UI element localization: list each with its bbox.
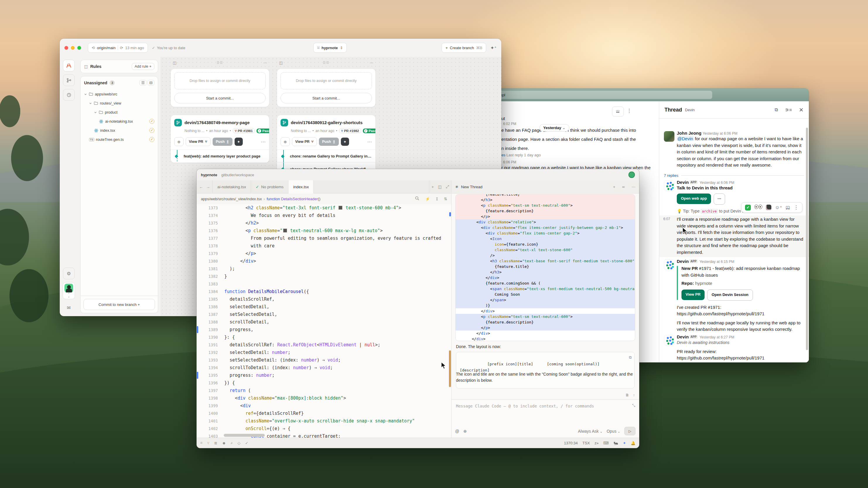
close-window-button[interactable] bbox=[64, 46, 68, 50]
collab-avatar[interactable] bbox=[628, 171, 635, 178]
comment-icon[interactable]: ⊕ bbox=[281, 137, 290, 146]
gitbutler-titlebar[interactable]: ⟲ origin/main ⟳ 13 min ago ✓You're up to… bbox=[60, 39, 501, 57]
start-commit-button[interactable]: Start a commit... bbox=[281, 93, 372, 103]
add-reaction-icon[interactable]: ☺⁺ bbox=[775, 205, 782, 210]
author-name[interactable]: Devin bbox=[677, 334, 689, 339]
ci-status-badge[interactable]: ✓Passed bbox=[363, 129, 376, 133]
check-icon[interactable]: ✓ bbox=[245, 441, 248, 445]
new-thread-icon[interactable]: + bbox=[613, 185, 615, 189]
horizontal-scrollbar[interactable] bbox=[224, 434, 265, 437]
tab-ai-notetaking.tsx[interactable]: ai-notetaking.tsx bbox=[213, 180, 251, 193]
slack-search-field[interactable]: Search Fastrepl bbox=[474, 91, 712, 99]
date-divider-pill[interactable]: Yesterday ⌄ bbox=[539, 124, 569, 131]
lane-drag-handle[interactable]: ⠿⠿ bbox=[283, 61, 370, 65]
markdown-icon[interactable]: 🗎 bbox=[625, 393, 629, 397]
thread-scrollbar[interactable] bbox=[806, 128, 808, 350]
tree-view-toggle[interactable]: ⊟ bbox=[148, 80, 154, 86]
breadcrumb-path[interactable]: apps/web/src/routes/_view/index.tsx bbox=[201, 197, 262, 201]
cursor-mode-icon[interactable]: I bbox=[436, 197, 438, 201]
lane-menu-icon[interactable]: ⋯ bbox=[263, 61, 267, 65]
thread-history-icon[interactable]: ≂ bbox=[622, 185, 625, 189]
message-time[interactable]: Yesterday at 6:15 PM bbox=[699, 260, 734, 264]
mention-context-icon[interactable]: @ bbox=[455, 429, 459, 433]
commit-to-new-branch-button[interactable]: Commit to new branch + bbox=[84, 299, 155, 310]
language-mode[interactable]: TSX bbox=[583, 441, 590, 445]
drop-zone[interactable]: Drop files to assign or commit directly bbox=[281, 72, 372, 89]
tab-no-problems[interactable]: ✓No problems bbox=[251, 180, 288, 193]
git-branch-icon[interactable]: ⑂ bbox=[207, 441, 209, 445]
mail-icon[interactable]: ✉ bbox=[63, 302, 74, 313]
branches-tab-icon[interactable] bbox=[63, 74, 75, 86]
branch-menu-icon[interactable]: ⋯ bbox=[261, 139, 266, 144]
devin-avatar[interactable] bbox=[664, 335, 675, 346]
diagnostics-icon[interactable]: ◇ bbox=[238, 441, 241, 445]
author-name[interactable]: Devin bbox=[677, 259, 689, 264]
pr-badge[interactable]: ⑂ PR #1982 bbox=[339, 128, 361, 133]
code-editor[interactable]: 1373 <h2 className="text-3xl font-serif … bbox=[197, 204, 451, 438]
sort-icon[interactable]: ⇅ bbox=[444, 197, 447, 201]
view-pr-button[interactable]: View PR ⑂ bbox=[292, 137, 317, 146]
tree-item-index.tsx[interactable]: index.tsx bbox=[82, 126, 157, 135]
bell-icon[interactable]: 🛎 bbox=[612, 106, 624, 117]
check-emoji-reaction[interactable]: ✓ bbox=[745, 205, 751, 210]
list-view-toggle[interactable]: ☰ bbox=[140, 80, 147, 86]
commit-row[interactable]: feat(web): add memory layer product page bbox=[171, 150, 269, 163]
expand-input-icon[interactable]: ⤡ bbox=[632, 403, 635, 408]
chevron-updown-icon[interactable]: ⌃⌄ bbox=[68, 293, 70, 298]
push-button[interactable]: Push ↥ bbox=[213, 138, 232, 146]
tree-item-routes/_view[interactable]: routes/_view bbox=[82, 99, 157, 108]
message-time[interactable]: 6:07 bbox=[663, 217, 670, 221]
branch-name[interactable]: devin/1764380912-gallery-shortcuts bbox=[291, 120, 363, 125]
copy-icon[interactable]: ⧉ bbox=[629, 354, 632, 360]
notification-bell-icon[interactable]: 🔔 bbox=[631, 441, 636, 445]
branch-menu-icon[interactable]: ⋯ bbox=[367, 139, 372, 144]
workspace-tab-icon[interactable] bbox=[63, 60, 75, 71]
open-web-app-button[interactable]: Open web app bbox=[677, 194, 711, 204]
editor-project-name[interactable]: hyprnote bbox=[201, 173, 217, 177]
base-branch-pill[interactable]: ⟲ origin/main ⟳ 13 min ago bbox=[88, 43, 148, 53]
push-button[interactable]: Push ↥ bbox=[319, 138, 339, 146]
comment-icon[interactable]: ⊕ bbox=[174, 137, 184, 146]
emoji-reaction[interactable] bbox=[766, 205, 771, 210]
split-pane-icon[interactable]: ◫ bbox=[438, 185, 442, 189]
minimize-window-button[interactable] bbox=[71, 46, 75, 50]
assistant-sparkle-icon[interactable]: ✦ bbox=[623, 441, 626, 445]
nav-forward-icon[interactable]: → bbox=[206, 185, 210, 189]
model-dropdown[interactable]: Opus ⌄ bbox=[607, 429, 620, 433]
thread-message[interactable]: John JeongYesterday at 6:06 PM @Devin fo… bbox=[659, 131, 805, 169]
ai-actions-button[interactable]: ✦ bbox=[235, 138, 243, 146]
message-time[interactable]: Yesterday at 6:27 PM bbox=[699, 335, 734, 339]
send-message-button[interactable]: ▷ bbox=[624, 427, 636, 435]
pr-link[interactable]: https://github.com/fastrepl/hyprnote/pul… bbox=[677, 355, 805, 361]
search-status-icon[interactable]: ⌕ bbox=[231, 441, 233, 445]
pr-link[interactable]: https://github.com/fastrepl/hyprnote/pul… bbox=[677, 311, 805, 317]
drop-zone[interactable]: Drop files to assign or commit directly bbox=[174, 72, 266, 89]
add-context-icon[interactable]: ⊕ bbox=[463, 429, 467, 433]
mention[interactable]: @Devin bbox=[677, 136, 694, 141]
message-time[interactable]: Yesterday at 6:06 PM bbox=[699, 181, 734, 185]
permission-mode-dropdown[interactable]: Always Ask ⌄ bbox=[578, 429, 603, 433]
eyes-emoji-reaction[interactable] bbox=[754, 205, 762, 210]
zoom-pane-icon[interactable]: ⤢ bbox=[446, 185, 449, 189]
lane-header[interactable]: ◫ ⠿⠿ ⋯ bbox=[170, 57, 270, 68]
add-rule-button[interactable]: Add rule + bbox=[132, 63, 154, 70]
zed-logo[interactable]: z» bbox=[594, 441, 598, 445]
magic-wand-icon[interactable]: ⚡ bbox=[425, 197, 430, 201]
start-commit-button[interactable]: Start a commit... bbox=[174, 93, 266, 103]
lane-header[interactable]: ◫ ⠿⠿ ⋯ bbox=[277, 57, 376, 68]
close-thread-icon[interactable]: ✕ bbox=[799, 106, 804, 113]
editor-branch-name[interactable]: gitbutler/workspace bbox=[221, 173, 254, 177]
lane-menu-icon[interactable]: ⋯ bbox=[370, 61, 373, 65]
devin-avatar[interactable] bbox=[664, 180, 675, 191]
thread-options-icon[interactable]: ⚞≡ bbox=[785, 107, 792, 113]
agent-menu-icon[interactable]: ⋯ bbox=[632, 185, 636, 189]
tree-item-ai-notetaking.tsx[interactable]: ai-notetaking.tsx bbox=[82, 117, 157, 126]
channel-thread-meta[interactable]: es Last reply 1 day ago bbox=[501, 153, 540, 157]
new-tab-icon[interactable]: + bbox=[432, 185, 434, 189]
nav-back-icon[interactable]: ← bbox=[199, 185, 203, 189]
message-time[interactable]: Yesterday at 6:06 PM bbox=[703, 131, 737, 135]
breadcrumb[interactable]: apps/web/src/routes/_view/index.tsx › fu… bbox=[197, 194, 451, 204]
tree-item-product[interactable]: product bbox=[82, 108, 157, 117]
create-branch-button[interactable]: + Create branch ⌘B bbox=[442, 43, 486, 53]
avatar[interactable] bbox=[664, 131, 675, 142]
